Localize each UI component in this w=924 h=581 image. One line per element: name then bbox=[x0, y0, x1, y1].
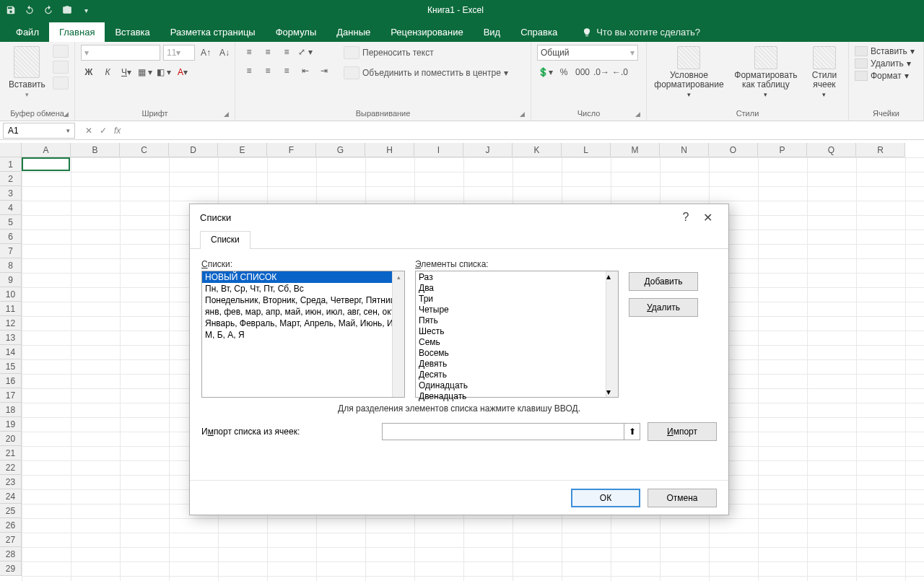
row-header[interactable]: 21 bbox=[0, 446, 22, 460]
format-painter-icon[interactable] bbox=[53, 77, 69, 89]
row-header[interactable]: 19 bbox=[0, 417, 22, 432]
column-header[interactable]: F bbox=[267, 143, 316, 157]
decrease-font-icon[interactable]: A↓ bbox=[217, 45, 232, 60]
import-range-input[interactable] bbox=[382, 423, 624, 440]
align-top-icon[interactable]: ≡ bbox=[241, 45, 257, 59]
column-header[interactable]: E bbox=[218, 143, 267, 157]
save-icon[interactable] bbox=[4, 4, 17, 17]
range-picker-icon[interactable]: ⬆ bbox=[624, 423, 640, 440]
row-header[interactable]: 8 bbox=[0, 258, 22, 273]
dialog-launcher-icon[interactable]: ◢ bbox=[520, 110, 525, 118]
row-header[interactable]: 1 bbox=[0, 157, 22, 172]
row-header[interactable]: 2 bbox=[0, 172, 22, 186]
format-cells-button[interactable]: Формат ▾ bbox=[855, 71, 909, 81]
delete-cells-button[interactable]: Удалить ▾ bbox=[855, 58, 911, 69]
row-header[interactable]: 17 bbox=[0, 388, 22, 403]
row-header[interactable]: 11 bbox=[0, 302, 22, 316]
tab-help[interactable]: Справка bbox=[510, 22, 567, 42]
row-header[interactable]: 18 bbox=[0, 403, 22, 417]
delete-button[interactable]: Удалить bbox=[629, 298, 698, 317]
italic-button[interactable]: К bbox=[100, 65, 116, 79]
custom-lists-listbox[interactable]: НОВЫЙ СПИСОКПн, Вт, Ср, Чт, Пт, Сб, ВсПо… bbox=[201, 271, 405, 398]
close-button[interactable]: ✕ bbox=[697, 211, 718, 224]
font-name-combo[interactable]: ▾ bbox=[81, 45, 160, 61]
dialog-launcher-icon[interactable]: ◢ bbox=[635, 110, 640, 118]
active-cell[interactable] bbox=[22, 157, 70, 171]
increase-font-icon[interactable]: A↑ bbox=[198, 45, 214, 60]
list-item[interactable]: Понедельник, Вторник, Среда, Четверг, Пя… bbox=[202, 294, 404, 306]
tab-formulas[interactable]: Формулы bbox=[266, 22, 327, 42]
row-header[interactable]: 28 bbox=[0, 547, 22, 562]
list-item[interactable]: янв, фев, мар, апр, май, июн, июл, авг, … bbox=[202, 306, 404, 318]
camera-icon[interactable] bbox=[61, 4, 74, 17]
dialog-tab-lists[interactable]: Списки bbox=[200, 231, 250, 249]
add-button[interactable]: Добавить bbox=[629, 272, 698, 291]
accept-formula-icon[interactable]: ✓ bbox=[100, 126, 107, 136]
row-header[interactable]: 22 bbox=[0, 460, 22, 475]
row-header[interactable]: 12 bbox=[0, 316, 22, 331]
row-header[interactable]: 10 bbox=[0, 287, 22, 302]
row-header[interactable]: 25 bbox=[0, 504, 22, 518]
paste-button[interactable]: Вставить ▾ bbox=[6, 45, 48, 100]
help-button[interactable]: ? bbox=[675, 211, 697, 224]
row-header[interactable]: 14 bbox=[0, 345, 22, 359]
currency-icon[interactable]: 💲▾ bbox=[537, 65, 553, 79]
fx-icon[interactable]: fx bbox=[114, 126, 121, 136]
list-item[interactable]: Январь, Февраль, Март, Апрель, Май, Июнь… bbox=[202, 318, 404, 329]
name-box[interactable]: A1▾ bbox=[3, 123, 75, 139]
column-header[interactable]: M bbox=[611, 143, 660, 157]
column-header[interactable]: D bbox=[169, 143, 218, 157]
merge-center-button[interactable]: Объединить и поместить в центре ▾ bbox=[344, 65, 508, 81]
percent-icon[interactable]: % bbox=[556, 65, 572, 79]
cancel-formula-icon[interactable]: ✕ bbox=[85, 126, 92, 136]
column-header[interactable]: I bbox=[414, 143, 463, 157]
font-color-button[interactable]: A ▾ bbox=[175, 65, 191, 79]
column-header[interactable]: J bbox=[463, 143, 513, 157]
tab-file[interactable]: Файл bbox=[6, 22, 49, 42]
align-left-icon[interactable]: ≡ bbox=[241, 64, 257, 78]
row-header[interactable]: 3 bbox=[0, 186, 22, 201]
increase-decimal-icon[interactable]: .0→ bbox=[593, 65, 609, 79]
list-item[interactable]: НОВЫЙ СПИСОК bbox=[202, 271, 404, 283]
import-button[interactable]: Импорт bbox=[648, 422, 717, 441]
list-item[interactable]: М, Б, А, Я bbox=[202, 329, 404, 341]
decrease-indent-icon[interactable]: ⇤ bbox=[297, 64, 313, 78]
redo-icon[interactable] bbox=[42, 4, 55, 17]
tab-data[interactable]: Данные bbox=[326, 22, 380, 42]
align-right-icon[interactable]: ≡ bbox=[279, 64, 295, 78]
tab-review[interactable]: Рецензирование bbox=[380, 22, 473, 42]
column-header[interactable]: C bbox=[120, 143, 169, 157]
column-header[interactable]: Q bbox=[807, 143, 856, 157]
wrap-text-button[interactable]: Переносить текст bbox=[344, 45, 508, 61]
column-header[interactable]: N bbox=[660, 143, 709, 157]
insert-cells-button[interactable]: Вставить ▾ bbox=[855, 46, 915, 56]
row-header[interactable]: 5 bbox=[0, 215, 22, 230]
column-header[interactable]: H bbox=[365, 143, 414, 157]
dialog-launcher-icon[interactable]: ◢ bbox=[64, 110, 69, 118]
font-size-combo[interactable]: 11 ▾ bbox=[163, 45, 195, 61]
align-bottom-icon[interactable]: ≡ bbox=[279, 45, 295, 59]
list-entries-textbox[interactable]: Раз Два Три Четыре Пять Шесть Семь Восем… bbox=[415, 271, 619, 398]
decrease-decimal-icon[interactable]: ←.0 bbox=[612, 65, 628, 79]
underline-button[interactable]: Ч ▾ bbox=[118, 65, 134, 79]
scrollbar[interactable]: ▴▾ bbox=[606, 271, 618, 397]
row-header[interactable]: 6 bbox=[0, 230, 22, 244]
align-middle-icon[interactable]: ≡ bbox=[260, 45, 276, 59]
row-header[interactable]: 9 bbox=[0, 273, 22, 287]
tab-home[interactable]: Главная bbox=[49, 22, 105, 42]
column-header[interactable]: O bbox=[709, 143, 758, 157]
row-header[interactable]: 4 bbox=[0, 201, 22, 215]
row-header[interactable]: 26 bbox=[0, 518, 22, 533]
column-header[interactable]: A bbox=[22, 143, 71, 157]
copy-icon[interactable] bbox=[53, 61, 69, 74]
column-header[interactable]: R bbox=[856, 143, 905, 157]
cell-styles-button[interactable]: Стили ячеек▾ bbox=[806, 45, 842, 100]
select-all-corner[interactable] bbox=[0, 143, 22, 157]
row-header[interactable]: 29 bbox=[0, 562, 22, 576]
column-header[interactable]: L bbox=[562, 143, 611, 157]
row-header[interactable]: 13 bbox=[0, 331, 22, 345]
tab-view[interactable]: Вид bbox=[474, 22, 511, 42]
row-header[interactable]: 20 bbox=[0, 432, 22, 446]
scrollbar[interactable]: ▴ bbox=[392, 271, 404, 397]
tab-insert[interactable]: Вставка bbox=[105, 22, 160, 42]
